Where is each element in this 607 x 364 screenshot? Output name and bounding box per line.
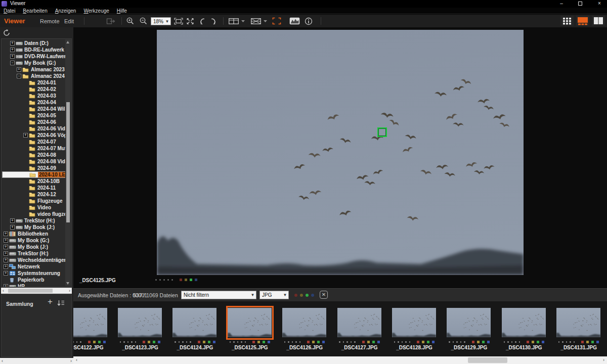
filmstrip-thumbnail[interactable]: _DSC4122.JPG [73, 301, 113, 356]
rating-dot[interactable] [570, 341, 571, 343]
scroll-left-icon[interactable]: ‹ [76, 356, 77, 364]
expand-icon[interactable]: + [4, 245, 8, 249]
filmstrip-thumbnail[interactable]: _DSC4131.JPG [551, 301, 606, 356]
label-color-square[interactable] [252, 341, 255, 343]
compare-view-icon[interactable] [229, 15, 239, 27]
tree-item-bibliotheken[interactable]: +Bibliotheken [2, 231, 65, 237]
scrollbar-thumb[interactable] [468, 357, 507, 363]
zoom-in-icon[interactable] [126, 15, 135, 27]
filmstrip-thumbnail[interactable]: _DSC4127.JPG [332, 301, 387, 356]
rating-dot[interactable] [566, 341, 568, 343]
rating-dot[interactable] [398, 341, 399, 343]
rating-dot[interactable] [167, 279, 169, 281]
expand-icon[interactable]: + [10, 225, 15, 230]
filmstrip-thumbnail[interactable]: _DSC4128.JPG [387, 301, 442, 356]
rating-and-labels[interactable] [230, 341, 271, 343]
label-color-square[interactable] [208, 341, 210, 343]
label-color-square[interactable] [542, 341, 544, 343]
rating-dot[interactable] [123, 341, 125, 343]
label-color-square[interactable] [148, 341, 150, 343]
label-color-square[interactable] [190, 279, 192, 281]
label-color-square[interactable] [143, 341, 145, 343]
label-color-square[interactable] [596, 341, 599, 343]
rating-dot[interactable] [343, 341, 344, 343]
thumbnail-image[interactable] [282, 308, 326, 337]
rating-dot[interactable] [295, 341, 297, 343]
rotate-right-icon[interactable] [210, 15, 217, 27]
rating-dot[interactable] [190, 341, 191, 343]
label-color-square[interactable] [372, 341, 375, 343]
scroll-right-icon[interactable]: › [70, 358, 72, 364]
menu-datei[interactable]: Datei [4, 8, 15, 14]
rating-dot[interactable] [299, 341, 301, 343]
scroll-right-icon[interactable]: › [69, 288, 70, 294]
rating-and-labels[interactable] [155, 279, 197, 281]
zoom-out-icon[interactable] [139, 15, 148, 27]
rating-dot[interactable] [80, 341, 81, 343]
sync-view-dropdown-icon[interactable] [264, 15, 267, 27]
rating-dot[interactable] [511, 341, 513, 343]
rating-dot[interactable] [233, 341, 235, 343]
refresh-icon[interactable] [3, 29, 10, 38]
close-button[interactable]: × [592, 0, 607, 8]
label-color-square[interactable] [487, 341, 490, 343]
tree-item-2024-08-video[interactable]: +2024-08 Video [2, 158, 65, 165]
tree-item-trekstor-h-[interactable]: +TrekStor (H:) [2, 250, 65, 257]
label-color-square[interactable] [185, 279, 187, 281]
rating-dot[interactable] [73, 341, 74, 343]
label-color-square[interactable] [477, 341, 480, 343]
label-color-square[interactable] [203, 341, 205, 343]
tree-item-flugzeuge[interactable]: +Flugzeuge [2, 198, 65, 204]
thumbnail-image[interactable] [556, 308, 600, 337]
rating-dot[interactable] [284, 341, 286, 343]
expand-icon[interactable]: + [10, 48, 15, 52]
grid-view-button[interactable] [560, 16, 574, 26]
label-color-square[interactable] [263, 341, 265, 343]
label-color-square[interactable] [153, 341, 155, 343]
label-color-square[interactable] [417, 341, 419, 343]
main-image[interactable] [157, 30, 524, 275]
rating-and-labels[interactable] [558, 341, 599, 343]
tree-item-my-book-g-[interactable]: +My Book (G:) [2, 237, 65, 244]
filmstrip-thumbnail[interactable]: _DSC4130.JPG [497, 301, 551, 356]
label-color-square[interactable] [103, 341, 106, 343]
menu-werkzeuge[interactable]: Werkzeuge [83, 8, 109, 14]
rating-dot[interactable] [453, 341, 454, 343]
label-color-square[interactable] [307, 341, 310, 343]
compare-view-dropdown-icon[interactable] [241, 15, 245, 27]
tree-item-2024-05[interactable]: +2024-05 [2, 112, 65, 119]
rating-dot[interactable] [504, 341, 505, 343]
label-color-square[interactable] [195, 279, 197, 281]
expand-icon[interactable]: + [4, 271, 8, 276]
label-color-square[interactable] [88, 341, 91, 343]
expand-icon[interactable]: + [4, 258, 8, 262]
rating-dot[interactable] [464, 341, 465, 343]
rotate-left-icon[interactable] [199, 15, 205, 27]
rating-dot[interactable] [179, 341, 180, 343]
rating-and-labels[interactable] [449, 341, 490, 343]
tree-item-2024-06[interactable]: +2024-06 [2, 119, 65, 125]
scrollbar-thumb[interactable] [8, 289, 53, 293]
rating-dot[interactable] [405, 341, 407, 343]
label-color-square[interactable] [532, 341, 534, 343]
tree-horizontal-scrollbar[interactable]: ‹ › [1, 288, 72, 294]
collapse-icon[interactable]: − [10, 61, 15, 65]
filmstrip-thumbnail[interactable]: _DSC4126.JPG [277, 301, 332, 356]
collection-horizontal-scrollbar[interactable]: ‹ › [0, 358, 73, 364]
tree-item-bd-re-laufwerk-e-[interactable]: +BD-RE-Laufwerk (E:) [2, 47, 65, 53]
thumbnail-image[interactable] [447, 308, 491, 337]
rating-dot[interactable] [245, 341, 246, 343]
rating-dot[interactable] [171, 279, 173, 281]
scroll-right-icon[interactable]: › [603, 356, 604, 364]
sort-icon[interactable] [57, 299, 65, 308]
rating-dot[interactable] [292, 341, 293, 343]
thumbnail-image[interactable] [392, 308, 436, 337]
label-color-square[interactable] [98, 341, 101, 343]
rating-row[interactable] [155, 279, 197, 281]
focus-point-icon[interactable] [272, 15, 281, 27]
label-color-square[interactable] [158, 341, 160, 343]
rating-dot[interactable] [76, 341, 78, 343]
label-color-filters[interactable] [294, 294, 314, 297]
label-filter-dot[interactable] [300, 294, 303, 297]
scroll-left-icon[interactable]: ‹ [3, 288, 4, 294]
